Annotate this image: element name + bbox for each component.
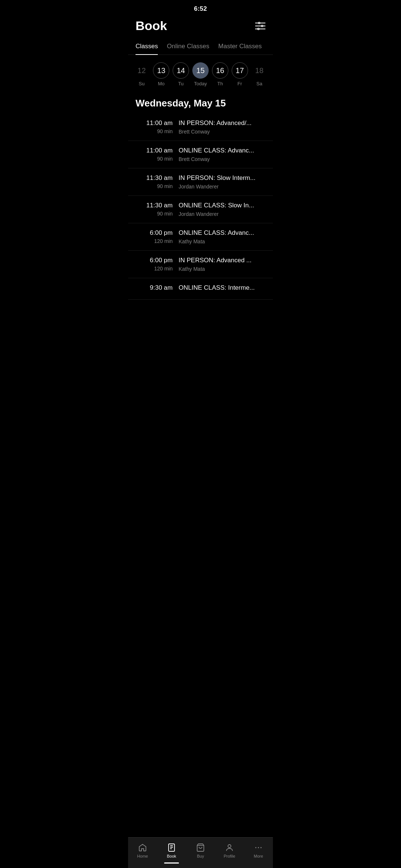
day-label-17: Fr — [238, 81, 242, 86]
calendar-day-13[interactable]: 13 Mo — [152, 62, 170, 86]
class-item[interactable]: 9:30 am ONLINE CLASS: Interme... — [128, 278, 273, 300]
day-number-18: 18 — [251, 62, 267, 79]
nav-item-home[interactable]: Home — [128, 841, 157, 861]
nav-item-book[interactable]: Book — [157, 841, 186, 861]
class-details: ONLINE CLASS: Slow In... Jordan Wanderer — [173, 202, 265, 217]
status-bar: 6:52 — [128, 0, 273, 16]
day-label-14: Tu — [178, 81, 184, 86]
buy-icon — [196, 843, 205, 852]
nav-item-buy[interactable]: Buy — [186, 841, 215, 861]
class-details: IN PERSON: Advanced ... Kathy Mata — [173, 257, 265, 272]
home-icon — [138, 843, 147, 852]
calendar-day-15[interactable]: 15 Today — [192, 62, 209, 86]
class-item[interactable]: 11:00 am 90 min IN PERSON: Advanced/... … — [128, 114, 273, 141]
calendar-day-17[interactable]: 17 Fr — [231, 62, 249, 86]
class-details: ONLINE CLASS: Interme... — [173, 284, 265, 293]
filter-button[interactable] — [255, 23, 265, 29]
nav-label-profile: Profile — [224, 854, 235, 858]
tabs-bar: Classes Online Classes Master Classes — [128, 39, 273, 55]
tab-online-classes[interactable]: Online Classes — [167, 39, 209, 55]
class-details: ONLINE CLASS: Advanc... Brett Conway — [173, 147, 265, 162]
calendar-day-12[interactable]: 12 Su — [133, 62, 150, 86]
svg-rect-0 — [169, 844, 175, 851]
class-time: 6:00 pm 120 min — [136, 229, 173, 244]
calendar-strip: 12 Su 13 Mo 14 Tu 15 Today 1 — [128, 55, 273, 90]
header: Book — [128, 16, 273, 39]
date-heading: Wednesday, May 15 — [128, 90, 273, 114]
class-time: 11:30 am 90 min — [136, 202, 173, 217]
filter-line-2 — [255, 26, 265, 26]
tab-classes[interactable]: Classes — [136, 39, 158, 55]
day-label-13: Mo — [158, 81, 164, 86]
class-details: IN PERSON: Advanced/... Brett Conway — [173, 119, 265, 135]
day-label-15: Today — [194, 81, 207, 86]
day-number-14: 14 — [173, 62, 189, 79]
day-number-12: 12 — [133, 62, 150, 79]
day-label-12: Su — [138, 81, 144, 86]
day-number-13: 13 — [153, 62, 169, 79]
class-time: 9:30 am — [136, 284, 173, 293]
nav-item-profile[interactable]: Profile — [215, 841, 244, 861]
svg-point-2 — [255, 847, 257, 848]
calendar-day-18[interactable]: 18 Sa — [250, 62, 268, 86]
status-time: 6:52 — [194, 5, 207, 13]
nav-label-book: Book — [167, 854, 176, 858]
class-item[interactable]: 11:30 am 90 min IN PERSON: Slow Interm..… — [128, 168, 273, 196]
class-item[interactable]: 11:00 am 90 min ONLINE CLASS: Advanc... … — [128, 141, 273, 168]
nav-label-buy: Buy — [197, 854, 204, 858]
day-label-18: Sa — [257, 81, 263, 86]
profile-icon — [225, 843, 234, 852]
filter-line-1 — [255, 23, 265, 23]
bottom-nav: Home Book Buy Profile — [128, 837, 273, 868]
day-number-15: 15 — [192, 62, 209, 79]
tab-master-classes[interactable]: Master Classes — [218, 39, 262, 55]
nav-label-home: Home — [137, 854, 148, 858]
class-time: 11:00 am 90 min — [136, 147, 173, 162]
class-item[interactable]: 6:00 pm 120 min IN PERSON: Advanced ... … — [128, 251, 273, 278]
svg-point-4 — [261, 847, 262, 848]
calendar-day-14[interactable]: 14 Tu — [172, 62, 190, 86]
class-time: 11:00 am 90 min — [136, 119, 173, 134]
day-label-16: Th — [217, 81, 223, 86]
svg-point-3 — [258, 847, 259, 848]
calendar-day-16[interactable]: 16 Th — [211, 62, 229, 86]
class-time: 6:00 pm 120 min — [136, 257, 173, 272]
filter-line-3 — [255, 29, 265, 29]
day-number-16: 16 — [212, 62, 228, 79]
nav-label-more: More — [254, 854, 263, 858]
class-item[interactable]: 6:00 pm 120 min ONLINE CLASS: Advanc... … — [128, 223, 273, 251]
day-number-17: 17 — [232, 62, 248, 79]
book-icon — [167, 843, 176, 852]
page-title: Book — [136, 19, 167, 33]
class-item[interactable]: 11:30 am 90 min ONLINE CLASS: Slow In...… — [128, 196, 273, 223]
svg-point-1 — [228, 845, 231, 848]
class-list: 11:00 am 90 min IN PERSON: Advanced/... … — [128, 114, 273, 300]
nav-item-more[interactable]: More — [244, 841, 273, 861]
class-time: 11:30 am 90 min — [136, 174, 173, 189]
more-icon — [254, 843, 263, 852]
class-details: IN PERSON: Slow Interm... Jordan Wandere… — [173, 174, 265, 190]
class-details: ONLINE CLASS: Advanc... Kathy Mata — [173, 229, 265, 244]
